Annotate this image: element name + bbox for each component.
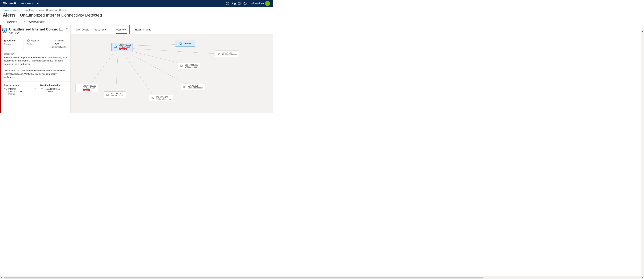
breadcrumb-home[interactable]: Home — [3, 9, 9, 11]
destination-device-type: Unknown — [46, 90, 60, 93]
source-device-type: Internet — [8, 93, 30, 95]
source-device-name: Internet (20.12.209.183) — [8, 88, 30, 93]
source-device-label: Source device — [4, 84, 30, 87]
node-primary-sub: 192.198.0.110 — [119, 46, 131, 48]
map-node-1[interactable]: 192.198.10.100 192.198.10.100 1 ALERT — [76, 84, 98, 92]
network-icon — [217, 52, 221, 55]
map-node-2[interactable]: 192.198.119.22 192.198.119.22 — [104, 91, 126, 98]
clock-icon — [50, 40, 54, 44]
node-6-title: 224.0.9.252 — [222, 52, 237, 54]
tabs-bar: Alert details Take action Map view Event… — [71, 25, 273, 34]
info-icon[interactable]: i — [64, 46, 66, 48]
svg-rect-19 — [180, 65, 182, 66]
node-1-sub: 192.198.10.100 — [83, 87, 96, 89]
status-value: New — [31, 39, 36, 42]
destination-device-name: 192.198.0.110 — [46, 88, 60, 90]
severity-label: Severity — [4, 43, 21, 46]
top-nav-bar: Microsoft contoso - 22.2.6 0 alice-admin… — [0, 0, 273, 7]
svg-rect-27 — [79, 87, 80, 89]
settings-icon[interactable] — [224, 2, 230, 5]
node-6-sub: Multicast/Broadcast — [222, 54, 237, 56]
user-avatar[interactable]: A — [265, 1, 270, 6]
export-pdf-button[interactable]: Export PDF — [2, 20, 19, 24]
page-section-title: Alerts — [3, 12, 18, 18]
map-canvas[interactable]: 192.198.0.110 192.198.0.110 2 ALERTS Int… — [71, 34, 273, 113]
node-3-title: 192.198.0.255 — [156, 96, 171, 98]
right-panel: Alert details Take action Map view Event… — [71, 25, 273, 113]
severity-metric: Critical Severity — [0, 37, 24, 50]
library-icon[interactable] — [236, 2, 242, 5]
cloud-icon[interactable] — [242, 2, 248, 5]
node-2-sub: 192.198.119.22 — [111, 95, 124, 97]
tab-alert-details[interactable]: Alert details — [76, 25, 89, 34]
severity-value: Critical — [7, 39, 16, 42]
svg-rect-21 — [184, 87, 184, 88]
node-primary-badge: 2 ALERTS — [119, 48, 127, 50]
monitor-device-icon — [40, 88, 44, 91]
svg-rect-18 — [219, 54, 220, 54]
description-p1: A device defined in your internal networ… — [4, 56, 67, 66]
detection-metric: A month ago Last detection i — [47, 37, 70, 50]
tab-take-action[interactable]: Take action — [94, 25, 108, 34]
download-pcap-button[interactable]: Download PCAP — [22, 20, 46, 24]
collapse-panel-icon[interactable] — [66, 28, 68, 31]
svg-rect-15 — [114, 46, 116, 48]
destination-device-label: Destination device — [40, 84, 67, 87]
map-node-internet[interactable]: Internet — [175, 41, 195, 47]
svg-rect-7 — [41, 89, 43, 90]
map-node-primary[interactable]: 192.198.0.110 192.198.0.110 2 ALERTS — [112, 43, 133, 51]
map-node-4[interactable]: 224.9.0.251 Multicast/Broadcast — [181, 84, 205, 90]
shield-alert-icon — [2, 27, 8, 34]
map-node-3[interactable]: 192.198.0.255 Multicast/Broadcast — [149, 95, 173, 101]
close-button[interactable] — [265, 12, 270, 18]
left-panel: Unauthorized Internet Connect… Alert ID:… — [0, 25, 71, 113]
brand-label: Microsoft — [3, 2, 19, 5]
node-3-sub: Multicast/Broadcast — [156, 98, 171, 100]
breadcrumb-current: Unauthorized Internet Connectivity Detec… — [24, 9, 68, 11]
severity-indicator-bar — [0, 25, 1, 113]
internet-label: Internet — [184, 42, 192, 45]
node-4-sub: Multicast/Broadcast — [188, 87, 203, 89]
page-subtitle: Unauthorized Internet Connectivity Detec… — [18, 13, 102, 18]
notification-badge: 0 — [234, 3, 236, 5]
monitor-icon — [180, 65, 183, 67]
alert-title: Unauthorized Internet Connect… — [9, 27, 64, 31]
node-2-title: 192.198.119.22 — [111, 93, 124, 95]
svg-rect-24 — [152, 99, 152, 99]
svg-rect-25 — [153, 98, 154, 98]
arrow-right-icon — [34, 87, 37, 90]
command-bar: Export PDF Download PCAP — [0, 19, 273, 25]
critical-icon — [4, 39, 6, 42]
notifications-icon[interactable]: 0 — [230, 2, 236, 5]
status-dropdown-icon[interactable] — [37, 39, 39, 42]
node-primary-title: 192.198.0.110 — [119, 44, 131, 46]
svg-point-2 — [4, 30, 5, 30]
map-node-6[interactable]: 224.0.9.252 Multicast/Broadcast — [215, 51, 239, 57]
tab-event-timeline[interactable]: Event Timeline — [135, 25, 152, 34]
svg-rect-17 — [218, 54, 218, 55]
node-1-title: 192.198.10.100 — [83, 85, 96, 87]
node-5-sub: 192.198.10.200 — [185, 66, 198, 68]
server-icon — [78, 86, 81, 90]
main-area: Unauthorized Internet Connect… Alert ID:… — [0, 25, 273, 113]
status-new-icon — [27, 39, 30, 42]
map-node-5[interactable]: 192.198.10.200 192.198.10.200 — [178, 63, 200, 69]
description-label: Description — [4, 53, 67, 56]
breadcrumb: Home > Alerts > Unauthorized Internet Co… — [0, 7, 273, 12]
svg-line-12 — [119, 49, 156, 98]
svg-line-14 — [89, 49, 117, 86]
alert-id-label: Alert ID: 20 — [9, 32, 64, 34]
network-icon — [151, 97, 155, 100]
monitor-icon — [114, 46, 117, 49]
export-pdf-label: Export PDF — [6, 21, 18, 23]
detection-label: Last detection — [50, 46, 64, 48]
detection-value: A month ago — [54, 39, 68, 45]
svg-rect-16 — [218, 53, 218, 54]
network-icon — [183, 86, 186, 88]
download-pcap-label: Download PCAP — [27, 21, 45, 23]
description-p2: Device 192.198.0.110 communicated with a… — [4, 69, 67, 79]
node-4-title: 224.9.0.251 — [188, 85, 203, 87]
breadcrumb-alerts[interactable]: Alerts — [14, 9, 19, 11]
tab-map-view[interactable]: Map view — [116, 26, 127, 34]
node-1-badge: 1 ALERT — [83, 89, 90, 91]
